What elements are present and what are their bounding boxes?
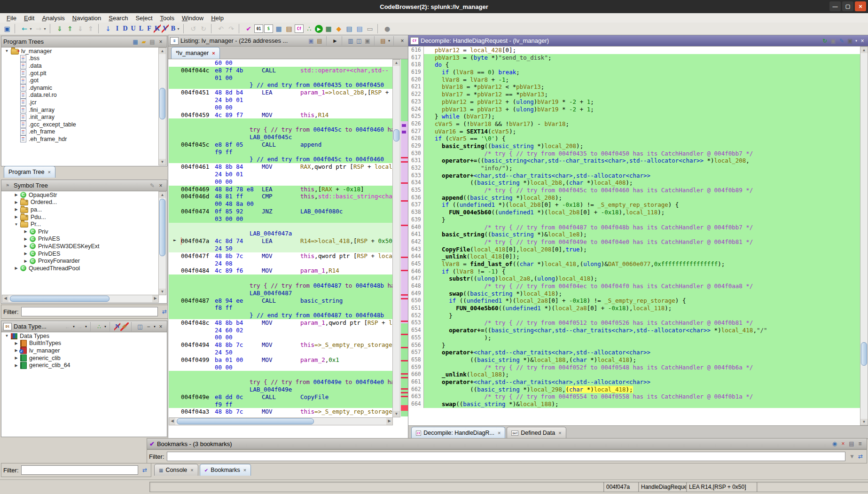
change-marker[interactable] (401, 157, 408, 158)
decompile-line-661[interactable]: 661 operator+<char,std--char_traits<char… (409, 378, 860, 386)
menu-analysis[interactable]: Analysis (38, 14, 68, 22)
tree-item-.dynamic[interactable]: .dynamic (2, 84, 159, 92)
program-trees-header[interactable]: Program Trees ▦▰▤× (1, 36, 167, 47)
data-types-filter-input[interactable] (21, 465, 139, 475)
function-graph-icon[interactable]: ∴ (305, 24, 314, 33)
bookmark-marker[interactable] (402, 131, 406, 133)
decompile-line-633[interactable]: 633 operator+<char,std--char_traits<char… (409, 172, 860, 180)
close-listing-icon[interactable]: × (398, 37, 407, 45)
listing-marker-margin[interactable] (401, 59, 408, 416)
listing-row-004f0469[interactable]: 004f046948 8d 78 e8LEAthis,[RAX + -0x18] (169, 186, 393, 193)
decompile-line-620[interactable]: 620 lVar8 = lVar8 + -1; (409, 76, 860, 84)
change-marker[interactable] (401, 360, 408, 361)
run-script-icon[interactable]: ▶ (315, 25, 323, 33)
copy-decompile-icon[interactable]: ▣ (829, 37, 837, 45)
tree-item-lv_manager[interactable]: ▶✓lv_manager (2, 347, 166, 354)
bookmark-menu-icon[interactable]: ≡ (856, 439, 864, 448)
undo-icon[interactable]: ↶ (216, 24, 226, 33)
back-dropdown-icon[interactable]: ▾ (29, 24, 33, 33)
copy-icon[interactable]: ▣ (307, 37, 315, 45)
expand-icon[interactable]: ▶ (23, 237, 29, 241)
listing-row-004f047a[interactable]: ►004f047a4c 8d 74LEAR14=>local_418,[RSP … (169, 237, 393, 245)
decompile-line-643[interactable]: 643 CopyFile(local_418[0],local_208[0],t… (409, 246, 860, 253)
listing-row[interactable]: } // end try from 004f0435 to 004f0450 (169, 81, 393, 89)
decompiler-icon[interactable]: Cf (295, 24, 304, 33)
listing-row-004f047f[interactable]: 004f047f48 8b 7cMOVthis,qword ptr [RSP +… (169, 252, 393, 260)
decompile-line-663[interactable]: 663 /* try { // try from 004f0554 to 004… (409, 393, 860, 400)
decompile-line-630[interactable]: 630 /* try { // try from 004f0435 to 004… (409, 150, 860, 157)
decompile-line-650[interactable]: 650 if ((undefined1 *)(local_2a8[0] + -0… (409, 297, 860, 305)
conflict-drop-icon[interactable]: ▾ (103, 322, 107, 331)
decompile-dropdown-icon[interactable]: ▾ (854, 37, 858, 45)
bookmark-marker[interactable] (402, 124, 406, 127)
tree-item-opaquestr[interactable]: ▶COpaqueStr (2, 191, 159, 199)
tree-item-.data.rel.ro[interactable]: .data.rel.ro (2, 92, 159, 99)
change-marker[interactable] (401, 225, 408, 226)
scrollbar-thumb[interactable] (159, 88, 165, 119)
tree-item-pdu...[interactable]: ▶Pdu... (2, 213, 159, 221)
change-marker[interactable] (401, 200, 408, 202)
listing-row[interactable]: } // end try from 004f0487 to 004f048b (169, 312, 393, 319)
close-tab-icon[interactable]: × (243, 467, 246, 473)
letter-i-icon[interactable]: I (114, 24, 121, 33)
tree-item-.bss[interactable]: .bss (2, 55, 159, 63)
listing-row[interactable] (169, 274, 393, 282)
letter-b-icon[interactable]: B (170, 24, 177, 33)
change-marker[interactable] (401, 182, 408, 184)
scroll-up-icon[interactable]: ▲ (393, 60, 400, 66)
listing-row[interactable]: try { // try from 004f049e to 004f04e0 h… (169, 378, 393, 386)
binary-view-icon[interactable]: 01 (254, 24, 263, 33)
bookmark-table-icon[interactable]: ▤ (847, 439, 856, 448)
decompile-line-636[interactable]: 636 append((basic_string *)local_208); (409, 194, 860, 202)
decompile-line-658[interactable]: 658 ((basic_string *)&local_188,(char *)… (409, 356, 860, 364)
refresh-icon[interactable]: ↻ (821, 37, 829, 45)
listing-row-004f044c[interactable]: 004f044ce8 7f 4bCALLstd::operator+<char,… (169, 67, 393, 74)
tree-item-pr...[interactable]: ▼Pr... (2, 220, 159, 228)
close-tab-icon[interactable]: × (190, 467, 193, 473)
listing-row[interactable]: try { // try from 004f045c to 004f0460 h… (169, 126, 393, 133)
snapshot-icon[interactable]: ▣ (363, 37, 372, 45)
tree-item-generic_clib_64[interactable]: ▶generic_clib_64 (2, 361, 166, 369)
tree-item-.got[interactable]: .got (2, 77, 159, 84)
save-icon[interactable]: ▣ (2, 24, 12, 33)
listing-row[interactable] (169, 371, 393, 378)
tree-item-.eh_frame_hdr[interactable]: .eh_frame_hdr (2, 135, 159, 143)
change-marker[interactable] (401, 392, 408, 393)
tab-defined-data[interactable]: DATDefined Data× (507, 427, 566, 439)
scroll-left-icon[interactable]: ◀ (169, 418, 175, 425)
listing-row[interactable]: 24 b0 01 (169, 171, 393, 178)
decompile-line-621[interactable]: 621 bVar18 = *pbVar12 < *pbVar13; (409, 83, 860, 91)
bookmark-filter-icon[interactable]: ◉ (830, 439, 839, 448)
decompile-line-641[interactable]: 641 basic_string((basic_string *)&local_… (409, 231, 860, 238)
edit-fields-icon[interactable]: ▥ (346, 37, 355, 45)
decompile-line-639[interactable]: 639 } (409, 216, 860, 224)
tree-item-generic_clib[interactable]: ▶generic_clib (2, 354, 166, 362)
data-type-manager-header[interactable]: Dt Data Type... ←▾→▾∴▾N❖◫−▾× (1, 321, 167, 332)
scroll-left-icon[interactable]: ◀ (2, 295, 8, 302)
tab-lv-manager[interactable]: *lv_manager × (171, 47, 220, 59)
close-button[interactable]: × (855, 1, 866, 11)
new-tree-icon[interactable]: ▦ (131, 38, 140, 46)
decompile-line-623[interactable]: 623 pbVar12 = pbVar12 + (ulong)bVar19 * … (409, 98, 860, 106)
listing-row[interactable]: 03 00 00 (169, 215, 393, 223)
dtm-back-icon[interactable]: ← (63, 322, 72, 331)
tree-item-.eh_frame[interactable]: .eh_frame (2, 128, 159, 136)
conflict-mode-icon[interactable]: ∴ (95, 322, 103, 331)
listing-row[interactable]: 01 00 (169, 74, 393, 82)
tree-item-.data[interactable]: .data (2, 62, 159, 70)
expand-icon[interactable]: ▶ (13, 348, 19, 353)
decompile-line-659[interactable]: 659 /* try { // try from 004f052f to 004… (409, 364, 860, 371)
expand-icon[interactable]: ▶ (13, 363, 19, 368)
decompile-line-634[interactable]: 634 ((basic_string *)local_2b8,(char *)l… (409, 179, 860, 187)
tab-console[interactable]: ▦Console× (154, 464, 198, 476)
script-manager-icon[interactable]: S (264, 24, 273, 33)
go-out-disabled-icon[interactable]: ⇑ (86, 24, 95, 33)
change-marker[interactable] (401, 373, 408, 375)
change-marker[interactable] (401, 161, 408, 163)
letter-l-icon[interactable]: L (138, 24, 145, 33)
listing-row[interactable]: 24 50 (169, 349, 393, 356)
tree-item-pa...[interactable]: ▶pa... (2, 206, 159, 213)
tree-item-datatypes[interactable]: ▼Data Types (2, 332, 166, 340)
listing-content[interactable]: 60 00004f044ce8 7f 4bCALLstd::operator+<… (169, 59, 393, 416)
clear-cache-icon[interactable]: ▭ (365, 24, 375, 33)
